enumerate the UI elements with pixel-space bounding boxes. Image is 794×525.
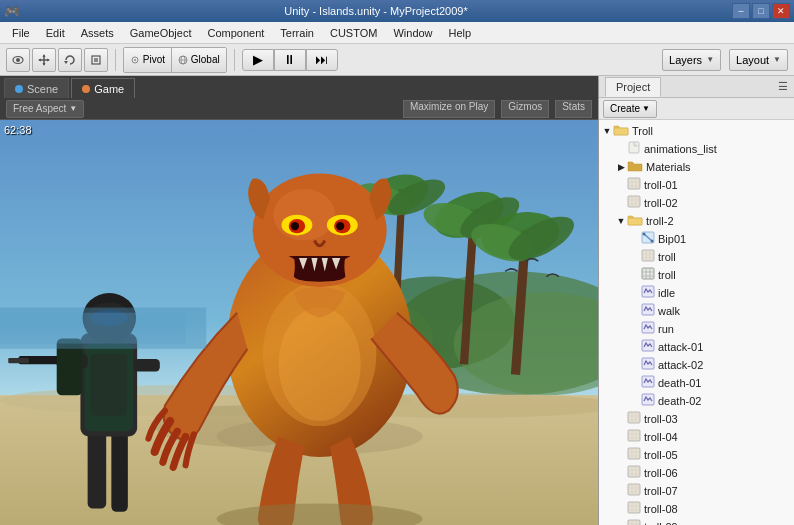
menu-edit[interactable]: Edit [38, 25, 73, 41]
menu-custom[interactable]: CUSTOM [322, 25, 385, 41]
rotate-tool-button[interactable] [58, 48, 82, 72]
maximize-label: Maximize on Play [410, 101, 488, 112]
coord-text: 62:38 [4, 124, 32, 136]
tree-item-label: death-01 [658, 377, 701, 389]
svg-marker-7 [47, 58, 50, 61]
file-tree[interactable]: ▼Trollanimations_list▶Materialstroll-01t… [599, 120, 794, 525]
tree-item-label: troll-09 [644, 521, 678, 525]
global-button[interactable]: Global [172, 48, 226, 72]
tree-item-death-02[interactable]: death-02 [599, 392, 794, 410]
layout-dropdown[interactable]: Layout ▼ [729, 49, 788, 71]
bone-icon [641, 231, 655, 244]
tree-item-troll-02[interactable]: troll-02 [599, 194, 794, 212]
svg-rect-108 [628, 430, 640, 441]
tab-scene[interactable]: Scene [4, 78, 69, 98]
tree-item-idle[interactable]: idle [599, 284, 794, 302]
stats-button[interactable]: Stats [555, 100, 592, 118]
mesh-icon [627, 411, 641, 424]
tree-item-label: troll [658, 251, 676, 263]
project-tabs: Project [605, 77, 661, 97]
svg-point-60 [291, 222, 299, 230]
tree-item-icon [627, 195, 641, 211]
minimize-button[interactable]: – [732, 3, 750, 19]
tree-item-troll-root[interactable]: ▼Troll [599, 122, 794, 140]
tree-item-troll-2[interactable]: ▼troll-2 [599, 212, 794, 230]
tree-item-troll-04[interactable]: troll-04 [599, 428, 794, 446]
svg-point-84 [643, 233, 646, 236]
global-icon [178, 55, 188, 65]
title-bar: 🎮 Unity - Islands.unity - MyProject2009*… [0, 0, 794, 22]
tree-item-icon [627, 519, 641, 525]
stats-label: Stats [562, 101, 585, 112]
tree-item-icon [627, 447, 641, 463]
project-menu-icon[interactable]: ☰ [778, 80, 788, 93]
project-header: Project ☰ [599, 76, 794, 98]
mesh-icon [627, 429, 641, 442]
tree-item-label: troll-04 [644, 431, 678, 443]
tree-arrow-icon: ▼ [615, 216, 627, 226]
tree-item-troll-05[interactable]: troll-05 [599, 446, 794, 464]
tab-game[interactable]: Game [71, 78, 135, 98]
menu-component[interactable]: Component [199, 25, 272, 41]
tree-item-icon [641, 393, 655, 409]
maximize-on-play-button[interactable]: Maximize on Play [403, 100, 495, 118]
tree-item-run[interactable]: run [599, 320, 794, 338]
menu-assets[interactable]: Assets [73, 25, 122, 41]
tree-item-label: troll-06 [644, 467, 678, 479]
tree-item-troll-03[interactable]: troll-03 [599, 410, 794, 428]
menu-help[interactable]: Help [441, 25, 480, 41]
move-tool-button[interactable] [32, 48, 56, 72]
pause-button[interactable]: ⏸ [274, 49, 306, 71]
tree-item-death-01[interactable]: death-01 [599, 374, 794, 392]
tree-item-attack-02[interactable]: attack-02 [599, 356, 794, 374]
svg-rect-69 [614, 128, 628, 135]
tree-item-troll-09[interactable]: troll-09 [599, 518, 794, 525]
svg-rect-113 [628, 448, 640, 459]
close-button[interactable]: ✕ [772, 3, 790, 19]
tree-item-troll-08[interactable]: troll-08 [599, 500, 794, 518]
mesh-icon [627, 195, 641, 208]
anim-icon [641, 339, 655, 352]
game-view-toolbar: Free Aspect ▼ Maximize on Play Gizmos St… [0, 98, 598, 120]
tree-item-troll-06[interactable]: troll-06 [599, 464, 794, 482]
tree-item-walk[interactable]: walk [599, 302, 794, 320]
maximize-button[interactable]: □ [752, 3, 770, 19]
title-bar-controls: – □ ✕ [732, 3, 790, 19]
menu-terrain[interactable]: Terrain [272, 25, 322, 41]
tree-item-bip01[interactable]: Bip01 [599, 230, 794, 248]
tree-item-troll-mesh2[interactable]: troll [599, 266, 794, 284]
tree-item-animations-list[interactable]: animations_list [599, 140, 794, 158]
tree-item-troll-01[interactable]: troll-01 [599, 176, 794, 194]
tab-project[interactable]: Project [605, 77, 661, 97]
play-button[interactable]: ▶ [242, 49, 274, 71]
pivot-button[interactable]: Pivot [124, 48, 172, 72]
tree-item-icon [627, 177, 641, 193]
scale-tool-button[interactable] [84, 48, 108, 72]
menu-gameobject[interactable]: GameObject [122, 25, 200, 41]
anim-icon [641, 375, 655, 388]
create-button[interactable]: Create ▼ [603, 100, 657, 118]
anim-icon [641, 393, 655, 406]
game-viewport[interactable]: 62:38 [0, 120, 598, 525]
tree-item-icon [641, 285, 655, 301]
step-button[interactable]: ⏭ [306, 49, 338, 71]
gizmos-button[interactable]: Gizmos [501, 100, 549, 118]
tree-item-label: attack-02 [658, 359, 703, 371]
svg-rect-39 [111, 431, 127, 511]
svg-rect-103 [628, 412, 640, 423]
layers-dropdown[interactable]: Layers ▼ [662, 49, 721, 71]
menu-window[interactable]: Window [385, 25, 440, 41]
tree-item-troll-mesh[interactable]: troll [599, 248, 794, 266]
menu-file[interactable]: File [4, 25, 38, 41]
tree-item-icon [641, 303, 655, 319]
tree-item-troll-07[interactable]: troll-07 [599, 482, 794, 500]
svg-point-12 [134, 59, 136, 61]
aspect-arrow-icon: ▼ [69, 104, 77, 113]
free-aspect-button[interactable]: Free Aspect ▼ [6, 100, 84, 118]
tree-item-attack-01[interactable]: attack-01 [599, 338, 794, 356]
tree-item-icon [627, 465, 641, 481]
hand-tool-button[interactable] [6, 48, 30, 72]
view-tabs: Scene Game [0, 76, 598, 98]
svg-marker-8 [64, 61, 68, 64]
tree-item-materials[interactable]: ▶Materials [599, 158, 794, 176]
